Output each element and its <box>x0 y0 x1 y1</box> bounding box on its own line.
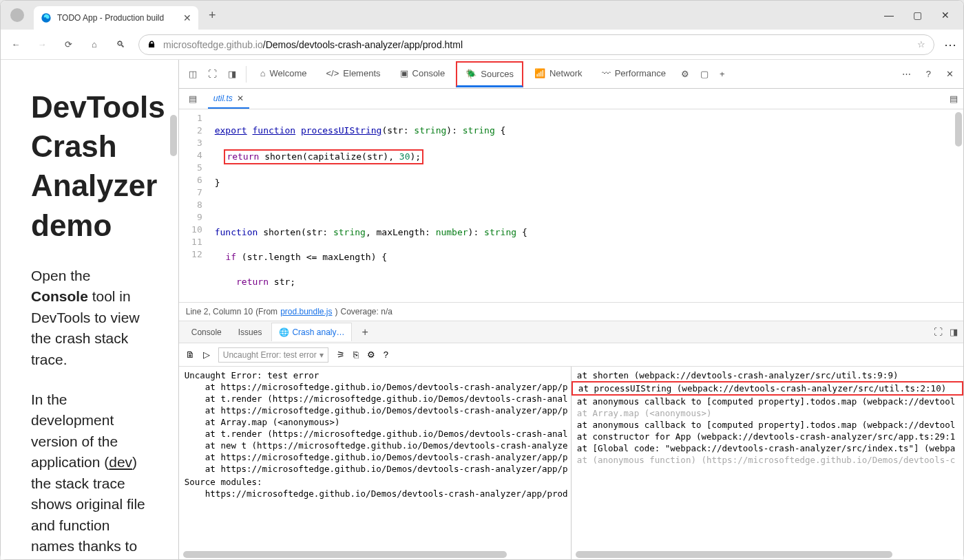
gear-icon[interactable]: ⚙ <box>367 349 375 360</box>
mapped-line-active[interactable]: at processUIString (webpack://devtools-c… <box>572 381 963 396</box>
devtools-tabbar: ◫ ⛶ ◨ ⌂Welcome </>Elements ▣Console 🪲Sou… <box>179 60 963 89</box>
page-title: DevTools Crash Analyzer demo <box>31 87 151 245</box>
code-body: export function processUIString(str: str… <box>209 109 533 302</box>
css-overview-icon[interactable]: ⚙ <box>677 66 693 82</box>
stack-line: at https://microsoftedge.github.io/Demos… <box>179 463 571 475</box>
profile-avatar[interactable] <box>10 8 24 22</box>
forward-button: → <box>34 36 50 53</box>
mapped-line[interactable]: at shorten (webpack://devtools-crash-ana… <box>572 369 963 381</box>
home-button[interactable]: ⌂ <box>86 36 103 53</box>
filter-icon[interactable]: ⚞ <box>337 349 345 360</box>
close-devtools-icon[interactable]: ✕ <box>942 66 958 82</box>
minimize-icon[interactable]: — <box>884 10 894 21</box>
browser-toolbar: ← → ⟳ ⌂ 🔍︎ 🔒︎ microsoftedge.github.io/De… <box>1 30 963 60</box>
tab-performance[interactable]: 〰Performance <box>594 61 674 87</box>
drawer-tab-issues[interactable]: Issues <box>231 323 269 341</box>
editor-status-bar: Line 2, Column 10 (From prod.bundle.js )… <box>179 302 963 321</box>
h-scrollbar[interactable] <box>183 551 507 558</box>
search-button[interactable]: 🔍︎ <box>112 36 129 53</box>
globe-icon: 🌐 <box>279 327 289 337</box>
stack-line: Uncaught Error: test error <box>179 369 571 381</box>
performance-icon: 〰 <box>602 68 611 78</box>
drawer-add-tab[interactable]: + <box>355 322 375 343</box>
stack-line: at Array.map (<anonymous>) <box>179 416 571 428</box>
titlebar: TODO App - Production build ✕ + — ▢ ✕ <box>1 1 963 30</box>
console-icon: ▣ <box>400 68 408 78</box>
dock-icon[interactable]: ◨ <box>224 66 240 82</box>
url-text: microsoftedge.github.io/Demos/devtools-c… <box>163 39 463 50</box>
browser-menu-button[interactable]: ⋯ <box>944 37 956 52</box>
drawer-tabs: Console Issues 🌐Crash analy… + ⛶ ◨ <box>179 321 963 343</box>
play-icon[interactable]: ▷ <box>203 349 210 360</box>
stack-line: at t.render (https://microsoftedge.githu… <box>179 393 571 405</box>
coverage-info: Coverage: n/a <box>341 307 392 316</box>
h-scrollbar[interactable] <box>576 551 892 558</box>
page-paragraph-1: Open the Console tool in DevTools to vie… <box>31 266 151 370</box>
mapped-line[interactable]: at [Global code: "webpack://devtools-cra… <box>572 442 963 454</box>
stack-line: https://microsoftedge.github.io/Demos/de… <box>179 488 571 499</box>
close-window-icon[interactable]: ✕ <box>941 10 950 21</box>
stack-line: at https://microsoftedge.github.io/Demos… <box>179 405 571 416</box>
network-icon: 📶 <box>534 68 545 78</box>
tab-sources[interactable]: 🪲Sources <box>456 61 523 87</box>
more-tools-icon[interactable]: ⋯ <box>898 66 915 82</box>
device-icon[interactable]: ⛶ <box>204 66 221 82</box>
copy-icon[interactable]: ⎘ <box>353 349 359 360</box>
mapped-line[interactable]: at constructor for App (webpack://devtoo… <box>572 431 963 442</box>
file-icon[interactable]: 🗎 <box>186 349 195 360</box>
code-icon: </> <box>326 68 339 78</box>
cursor-position: Line 2, Column 10 <box>186 307 253 316</box>
mapped-line[interactable]: at (anonymous function) (https://microso… <box>572 454 963 466</box>
drawer-tab-console[interactable]: Console <box>185 323 229 341</box>
site-info-icon[interactable]: 🔒︎ <box>147 39 156 50</box>
crash-toolbar: 🗎 ▷ Uncaught Error: test error▾ ⚞ ⎘ ⚙ ? <box>179 343 963 367</box>
mapped-line[interactable]: at anonymous callback to [computed prope… <box>572 396 963 407</box>
tab-welcome[interactable]: ⌂Welcome <box>252 61 315 87</box>
source-link[interactable]: prod.bundle.js <box>280 307 332 316</box>
inspect-icon[interactable]: ◫ <box>185 66 201 82</box>
favorite-icon[interactable]: ☆ <box>917 39 925 50</box>
tab-title: TODO App - Production build <box>57 13 164 23</box>
debugger-toggle-icon[interactable]: ▤ <box>950 94 958 104</box>
editor-scrollbar[interactable] <box>955 112 962 147</box>
new-tab-button[interactable]: + <box>202 6 222 25</box>
refresh-button[interactable]: ⟳ <box>60 36 76 53</box>
tab-console[interactable]: ▣Console <box>392 61 454 87</box>
help-icon[interactable]: ? <box>922 66 935 82</box>
file-tab-bar: ▤ util.ts✕ ▤ <box>179 89 963 109</box>
app-icon[interactable]: ▢ <box>696 66 713 82</box>
dock-drawer-icon[interactable]: ◨ <box>950 327 958 337</box>
crash-stack-mapped[interactable]: at shorten (webpack://devtools-crash-ana… <box>572 367 963 559</box>
stack-line: at https://microsoftedge.github.io/Demos… <box>179 451 571 463</box>
chevron-down-icon: ▾ <box>319 350 324 360</box>
close-file-icon[interactable]: ✕ <box>237 94 244 103</box>
page-scrollbar[interactable] <box>170 115 177 156</box>
line-gutter: 123456789101112 <box>179 109 209 302</box>
address-bar[interactable]: 🔒︎ microsoftedge.github.io/Demos/devtool… <box>138 34 934 55</box>
dev-link[interactable]: dev <box>109 454 132 470</box>
tab-network[interactable]: 📶Network <box>526 61 591 87</box>
navigator-toggle-icon[interactable]: ▤ <box>185 91 201 107</box>
stack-line: at t.render (https://microsoftedge.githu… <box>179 428 571 440</box>
close-tab-icon[interactable]: ✕ <box>183 12 191 23</box>
add-tab-icon[interactable]: + <box>715 66 729 82</box>
browser-tab[interactable]: TODO App - Production build ✕ <box>34 6 198 30</box>
file-tab-util[interactable]: util.ts✕ <box>208 89 249 109</box>
crash-search-dropdown[interactable]: Uncaught Error: test error▾ <box>218 347 328 363</box>
stack-line: at https://microsoftedge.github.io/Demos… <box>179 381 571 393</box>
tab-elements[interactable]: </>Elements <box>318 61 389 87</box>
code-editor[interactable]: 123456789101112 export function processU… <box>179 109 963 302</box>
drawer-tab-crash-analyzer[interactable]: 🌐Crash analy… <box>271 323 352 341</box>
crash-stack-raw[interactable]: Uncaught Error: test error at https://mi… <box>179 367 572 559</box>
back-button[interactable]: ← <box>8 36 24 53</box>
home-icon: ⌂ <box>260 68 266 78</box>
mapped-line[interactable]: at anonymous callback to [computed prope… <box>572 419 963 431</box>
mapped-line[interactable]: at Array.map (<anonymous>) <box>572 407 963 419</box>
edge-icon <box>41 12 52 23</box>
expand-drawer-icon[interactable]: ⛶ <box>934 327 943 337</box>
stack-line: at new t (https://microsoftedge.github.i… <box>179 440 571 451</box>
bug-icon: 🪲 <box>465 69 476 79</box>
help-icon[interactable]: ? <box>384 349 388 360</box>
stack-line: Source modules: <box>179 476 571 488</box>
maximize-icon[interactable]: ▢ <box>913 10 922 21</box>
